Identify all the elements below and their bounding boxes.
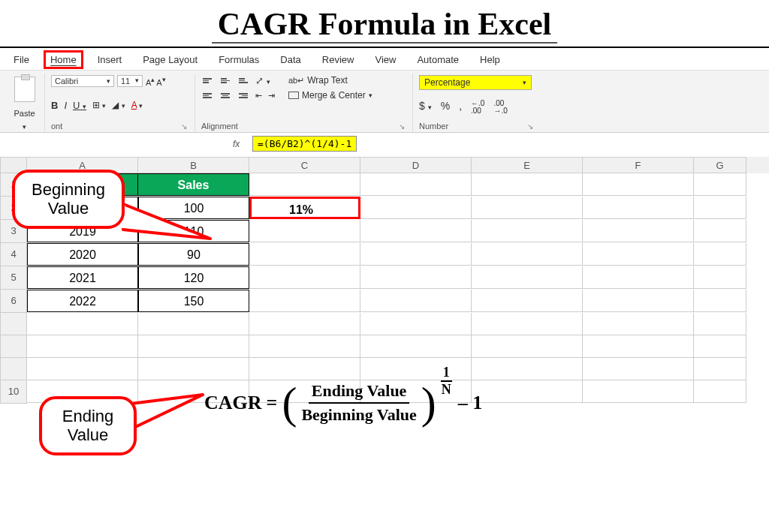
cell-b8[interactable] — [138, 335, 249, 358]
cell-b1[interactable]: Sales — [138, 173, 249, 196]
paste-button[interactable]: Paste — [14, 109, 35, 118]
cell-c7[interactable] — [249, 313, 360, 335]
cell-e2[interactable] — [472, 197, 583, 219]
cell-d4[interactable] — [360, 243, 472, 266]
cell-f10[interactable] — [583, 380, 694, 403]
cell-a7[interactable] — [27, 313, 138, 335]
decrease-indent-button[interactable]: ⇤ — [255, 91, 262, 101]
cell-g7[interactable] — [694, 313, 746, 335]
row-header-8[interactable] — [0, 335, 27, 358]
cell-d7[interactable] — [360, 313, 472, 335]
cell-c4[interactable] — [249, 243, 360, 266]
cell-a5[interactable]: 2021 — [27, 266, 138, 289]
col-header-f[interactable]: F — [583, 157, 694, 173]
alignment-launcher-icon[interactable]: ↘ — [397, 122, 406, 131]
cell-g8[interactable] — [694, 335, 746, 358]
font-size-select[interactable]: 11▾ — [117, 75, 143, 87]
cell-e8[interactable] — [472, 335, 583, 358]
cell-b7[interactable] — [138, 313, 249, 335]
cell-b9[interactable] — [138, 358, 249, 380]
shrink-font-button[interactable]: A▾ — [156, 75, 165, 87]
cell-g2[interactable] — [694, 197, 746, 219]
decrease-decimal-button[interactable]: .00→.0 — [493, 100, 507, 115]
bold-button[interactable]: B — [51, 100, 58, 111]
wrap-text-button[interactable]: ab↵Wrap Text — [288, 75, 372, 86]
tab-automate[interactable]: Automate — [417, 54, 459, 65]
cell-g3[interactable] — [694, 220, 746, 242]
cell-f7[interactable] — [583, 313, 694, 335]
cell-e6[interactable] — [472, 290, 583, 312]
cell-a9[interactable] — [27, 358, 138, 380]
tab-view[interactable]: View — [375, 54, 396, 65]
align-top-button[interactable] — [201, 77, 213, 85]
cell-f5[interactable] — [583, 266, 694, 289]
paste-icon[interactable] — [14, 77, 35, 102]
tab-formulas[interactable]: Formulas — [219, 54, 259, 65]
col-header-g[interactable]: G — [694, 157, 746, 173]
cell-c3[interactable] — [249, 220, 360, 242]
cell-c1[interactable] — [249, 173, 360, 196]
cell-d3[interactable] — [360, 220, 472, 242]
cell-e4[interactable] — [472, 243, 583, 266]
cell-e5[interactable] — [472, 266, 583, 289]
col-header-e[interactable]: E — [472, 157, 583, 173]
col-header-c[interactable]: C — [249, 157, 360, 173]
cell-f8[interactable] — [583, 335, 694, 358]
cell-e7[interactable] — [472, 313, 583, 335]
cell-e3[interactable] — [472, 220, 583, 242]
align-middle-button[interactable] — [219, 77, 231, 85]
row-header-4[interactable]: 4 — [0, 243, 27, 266]
tab-home[interactable]: Home — [44, 50, 83, 69]
formula-bar-input[interactable]: =(B6/B2)^(1/4)-1 — [252, 136, 357, 152]
underline-button[interactable]: U ▾ — [73, 100, 86, 111]
cell-b5[interactable]: 120 — [138, 266, 249, 289]
cell-e10[interactable] — [472, 380, 583, 403]
comma-format-button[interactable]: , — [459, 100, 462, 115]
fx-icon[interactable]: fx — [233, 139, 240, 149]
tab-insert[interactable]: Insert — [98, 54, 122, 65]
italic-button[interactable]: I — [64, 100, 67, 111]
cell-f3[interactable] — [583, 220, 694, 242]
row-header-6[interactable]: 6 — [0, 290, 27, 313]
row-header-7[interactable] — [0, 313, 27, 335]
accounting-format-button[interactable]: $ ▾ — [419, 100, 432, 115]
cell-g4[interactable] — [694, 243, 746, 266]
cell-c6[interactable] — [249, 290, 360, 312]
cell-e1[interactable] — [472, 173, 583, 196]
cell-a6[interactable]: 2022 — [27, 290, 138, 312]
cell-d5[interactable] — [360, 266, 472, 289]
font-name-select[interactable]: Calibri▾ — [51, 75, 114, 87]
align-center-button[interactable] — [219, 92, 231, 100]
borders-button[interactable]: ⊞ ▾ — [92, 100, 106, 110]
cell-c2[interactable]: 11% — [249, 197, 360, 219]
increase-decimal-button[interactable]: ←.0.00 — [471, 100, 484, 115]
cell-g5[interactable] — [694, 266, 746, 289]
tab-review[interactable]: Review — [322, 54, 354, 65]
cell-b6[interactable]: 150 — [138, 290, 249, 312]
cell-f6[interactable] — [583, 290, 694, 312]
cell-g10[interactable] — [694, 380, 746, 403]
number-launcher-icon[interactable]: ↘ — [526, 122, 535, 131]
align-bottom-button[interactable] — [237, 77, 249, 85]
cell-d6[interactable] — [360, 290, 472, 312]
cell-d1[interactable] — [360, 173, 472, 196]
grow-font-button[interactable]: A▴ — [146, 75, 155, 87]
row-header-5[interactable]: 5 — [0, 266, 27, 290]
orientation-button[interactable]: ⤢ ▾ — [255, 75, 270, 86]
cell-f2[interactable] — [583, 197, 694, 219]
cell-e9[interactable] — [472, 358, 583, 380]
cell-f4[interactable] — [583, 243, 694, 266]
number-format-select[interactable]: Percentage▾ — [419, 75, 532, 90]
tab-help[interactable]: Help — [480, 54, 500, 65]
font-launcher-icon[interactable]: ↘ — [179, 122, 188, 131]
cell-g6[interactable] — [694, 290, 746, 312]
increase-indent-button[interactable]: ⇥ — [268, 91, 275, 101]
row-header-10[interactable]: 10 — [0, 380, 27, 404]
cell-d2[interactable] — [360, 197, 472, 219]
cell-f1[interactable] — [583, 173, 694, 196]
align-left-button[interactable] — [201, 92, 213, 100]
merge-center-button[interactable]: Merge & Center ▾ — [288, 90, 372, 101]
percent-format-button[interactable]: % — [441, 100, 450, 115]
font-color-button[interactable]: A ▾ — [131, 100, 143, 110]
tab-data[interactable]: Data — [280, 54, 300, 65]
